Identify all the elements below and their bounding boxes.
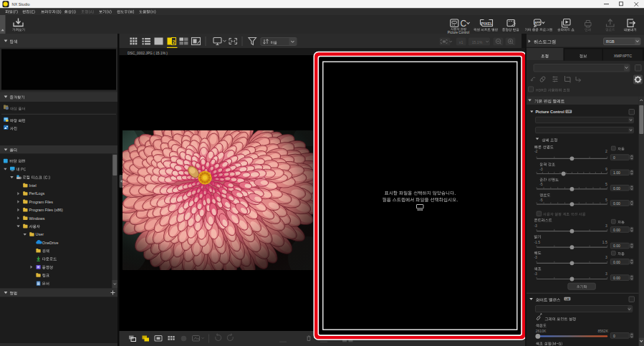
svg-text:DSC_0002.JPG ( 15.1% ): DSC_0002.JPG ( 15.1% ) xyxy=(128,52,168,55)
svg-text:3: 3 xyxy=(605,271,607,276)
svg-text:5: 5 xyxy=(605,182,607,186)
svg-text:1.00: 1.00 xyxy=(613,170,620,175)
svg-text:Picture Control: Picture Control xyxy=(448,31,469,34)
svg-text:APP: APP xyxy=(534,21,541,24)
svg-text:3: 3 xyxy=(605,224,607,228)
svg-text:0.00: 0.00 xyxy=(613,260,620,264)
svg-text:-3: -3 xyxy=(534,271,537,276)
svg-text:-5: -5 xyxy=(539,182,543,186)
svg-text:-5: -5 xyxy=(539,198,543,202)
svg-text:OneDrive: OneDrive xyxy=(42,241,59,245)
svg-text:LM: LM xyxy=(565,298,569,301)
svg-text:PIXEL: PIXEL xyxy=(481,21,493,26)
svg-text:-2: -2 xyxy=(534,149,538,153)
svg-text:0: 0 xyxy=(613,155,615,160)
svg-text:0.00: 0.00 xyxy=(613,228,620,232)
svg-text:0.00: 0.00 xyxy=(613,244,620,248)
svg-text:9: 9 xyxy=(605,167,607,171)
svg-text:1.5: 1.5 xyxy=(602,240,607,244)
svg-text:Windows: Windows xyxy=(29,216,45,221)
svg-text:RGB: RGB xyxy=(606,39,615,44)
svg-text:2: 2 xyxy=(172,39,175,45)
svg-text:0.00: 0.00 xyxy=(613,186,620,191)
svg-text:15.1%: 15.1% xyxy=(472,40,483,44)
svg-text:0.00: 0.00 xyxy=(613,276,620,280)
svg-text:NX Studio: NX Studio xyxy=(12,2,30,6)
svg-text:-1.5: -1.5 xyxy=(534,240,540,244)
svg-text:-3: -3 xyxy=(539,167,543,171)
svg-text:PerfLogs: PerfLogs xyxy=(29,191,45,196)
svg-text:Intel: Intel xyxy=(29,183,37,188)
svg-text:User: User xyxy=(36,232,44,236)
svg-text:8562K: 8562K xyxy=(598,329,609,333)
svg-text:Program Files: Program Files xyxy=(29,200,54,204)
svg-text:0: 0 xyxy=(613,334,615,338)
svg-text:x1: x1 xyxy=(459,40,463,44)
svg-text:Program Files (x86): Program Files (x86) xyxy=(29,208,64,212)
svg-text:XMP/IPTC: XMP/IPTC xyxy=(614,54,633,58)
svg-text:-3: -3 xyxy=(534,224,537,228)
svg-text:0.00: 0.00 xyxy=(613,201,620,206)
svg-text:5: 5 xyxy=(605,198,607,202)
svg-text:LM: LM xyxy=(567,110,570,113)
svg-text:2: 2 xyxy=(605,149,607,153)
svg-text:2610K: 2610K xyxy=(536,329,547,333)
svg-text:3: 3 xyxy=(605,255,607,259)
svg-text:C: C xyxy=(461,19,467,29)
svg-text:-3: -3 xyxy=(534,255,537,259)
svg-text:Picture Control: Picture Control xyxy=(535,110,564,114)
